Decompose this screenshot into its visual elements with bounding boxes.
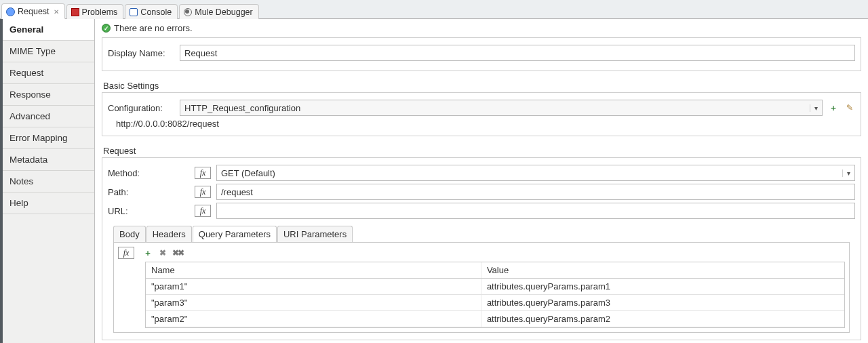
debug-icon: [184, 8, 192, 16]
display-name-group: Display Name:: [102, 37, 861, 71]
display-name-input[interactable]: [180, 45, 855, 61]
param-name[interactable]: "param2": [146, 311, 481, 327]
inner-tab-headers[interactable]: Headers: [146, 226, 192, 242]
remove-all-params-button[interactable]: ✖✖: [172, 247, 183, 258]
remove-param-button[interactable]: ✖: [157, 247, 168, 258]
tab-console[interactable]: Console: [125, 4, 178, 19]
tab-label: Mule Debugger: [195, 7, 252, 17]
url-input[interactable]: [216, 203, 855, 219]
sidebar-item-mime-type[interactable]: MIME Type: [3, 41, 94, 62]
params-tab-bar: Body Headers Query Parameters URI Parame…: [113, 226, 850, 242]
param-value[interactable]: attributes.queryParams.param3: [481, 295, 844, 311]
chevron-down-icon: ▾: [810, 104, 822, 112]
tab-label: Request: [18, 7, 50, 16]
sidebar-item-advanced[interactable]: Advanced: [3, 106, 94, 127]
console-icon: [130, 8, 138, 16]
tab-request[interactable]: Request ✕: [1, 3, 65, 19]
table-row[interactable]: "param2" attributes.queryParams.param2: [146, 311, 844, 327]
method-label: Method:: [108, 168, 189, 178]
resolved-url: http://0.0.0.0:8082/request: [108, 119, 219, 129]
inner-tab-uri-parameters[interactable]: URI Parameters: [277, 226, 353, 242]
add-param-button[interactable]: ＋: [142, 247, 153, 258]
close-tab-icon[interactable]: ✕: [54, 8, 59, 16]
request-group: Method: fx GET (Default) ▾ Path: fx URL:…: [102, 157, 861, 340]
query-parameters-box: fx ＋ ✖ ✖✖ Name Value: [113, 242, 850, 333]
configuration-dropdown[interactable]: HTTP_Request_configuration ▾: [180, 100, 823, 116]
fx-toggle[interactable]: fx: [195, 186, 211, 198]
fx-toggle[interactable]: fx: [118, 247, 134, 259]
display-name-label: Display Name:: [108, 48, 174, 58]
path-label: Path:: [108, 187, 189, 197]
add-config-button[interactable]: ＋: [828, 102, 839, 113]
table-row[interactable]: "param3" attributes.queryParams.param3: [146, 295, 844, 311]
tab-problems[interactable]: Problems: [66, 4, 124, 19]
sidebar-item-request[interactable]: Request: [3, 62, 94, 84]
inner-tab-query-parameters[interactable]: Query Parameters: [193, 226, 277, 242]
params-toolbar: fx ＋ ✖ ✖✖: [118, 245, 845, 262]
method-dropdown[interactable]: GET (Default) ▾: [216, 165, 855, 181]
fx-toggle[interactable]: fx: [195, 205, 211, 217]
param-name[interactable]: "param3": [146, 295, 481, 311]
edit-config-button[interactable]: [844, 102, 855, 113]
params-table-wrap: Name Value "param1" attributes.queryPara…: [145, 262, 845, 328]
col-value: Value: [481, 262, 844, 279]
status-text: There are no errors.: [114, 23, 193, 33]
param-value[interactable]: attributes.queryParams.param2: [481, 311, 844, 327]
configuration-value: HTTP_Request_configuration: [180, 103, 810, 113]
sidebar-item-help[interactable]: Help: [3, 193, 94, 214]
chevron-down-icon: ▾: [842, 169, 854, 177]
request-legend: Request: [95, 142, 868, 157]
sidebar-item-error-mapping[interactable]: Error Mapping: [3, 127, 94, 149]
validation-status: There are no errors.: [95, 19, 868, 37]
main-panel: There are no errors. Display Name: Basic…: [95, 19, 868, 343]
left-nav: General MIME Type Request Response Advan…: [0, 19, 95, 343]
table-row[interactable]: "param1" attributes.queryParams.param1: [146, 279, 844, 295]
param-value[interactable]: attributes.queryParams.param1: [481, 279, 844, 295]
sidebar-item-notes[interactable]: Notes: [3, 171, 94, 193]
inner-tab-body[interactable]: Body: [113, 226, 146, 242]
ok-icon: [102, 24, 111, 33]
basic-settings-group: Configuration: HTTP_Request_configuratio…: [102, 92, 861, 136]
sidebar-item-general[interactable]: General: [3, 19, 94, 41]
tab-label: Problems: [82, 7, 118, 17]
tab-label: Console: [140, 7, 172, 17]
problems-icon: [71, 8, 79, 16]
sidebar-item-metadata[interactable]: Metadata: [3, 149, 94, 171]
editor-tab-bar: Request ✕ Problems Console Mule Debugger: [0, 0, 868, 19]
tab-mule-debugger[interactable]: Mule Debugger: [179, 4, 258, 19]
sidebar-item-response[interactable]: Response: [3, 84, 94, 106]
path-input[interactable]: [216, 184, 855, 200]
fx-toggle[interactable]: fx: [195, 167, 211, 179]
param-name[interactable]: "param1": [146, 279, 481, 295]
col-name: Name: [146, 262, 481, 279]
url-label: URL:: [108, 206, 189, 216]
request-icon: [6, 7, 15, 16]
query-parameters-table[interactable]: Name Value "param1" attributes.queryPara…: [146, 262, 844, 327]
method-value: GET (Default): [217, 168, 842, 178]
basic-settings-legend: Basic Settings: [95, 77, 868, 92]
configuration-label: Configuration:: [108, 103, 174, 113]
